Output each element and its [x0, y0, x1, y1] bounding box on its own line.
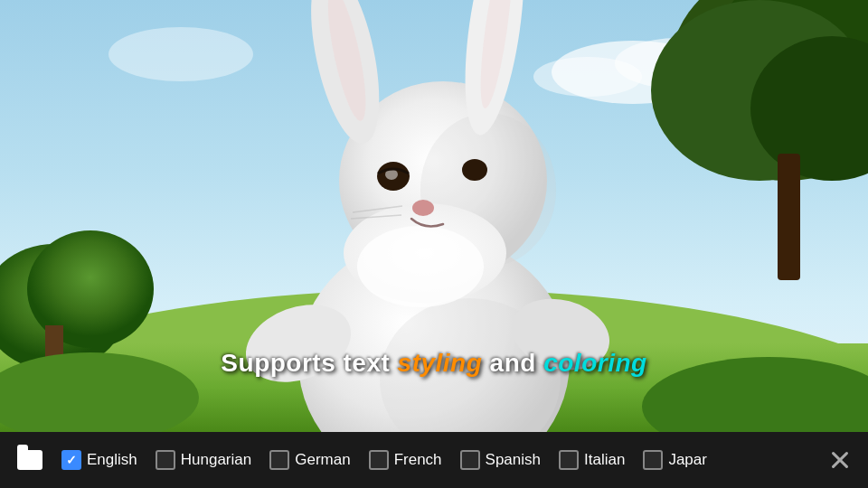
close-button[interactable] [819, 432, 861, 488]
lang-label-spanish: Spanish [486, 451, 541, 469]
checkbox-french[interactable] [369, 450, 389, 470]
checkbox-italian[interactable] [559, 450, 579, 470]
lang-label-hungarian: Hungarian [181, 451, 251, 469]
lang-label-english: English [87, 451, 137, 469]
toolbar: English Hungarian German French Spanish … [0, 432, 868, 488]
lang-label-italian: Italian [584, 451, 625, 469]
checkbox-german[interactable] [269, 450, 289, 470]
checkbox-japanese[interactable] [643, 450, 663, 470]
lang-label-japanese: Japar [668, 451, 707, 469]
subtitle-part-1: Supports text [221, 349, 397, 377]
lang-label-french: French [394, 451, 442, 469]
close-icon [829, 449, 851, 471]
subtitle-text: Supports text styling and coloring [221, 349, 646, 378]
svg-point-31 [357, 226, 484, 307]
checkbox-english[interactable] [61, 450, 81, 470]
subtitle-part-2: and [482, 349, 543, 377]
lang-item-english[interactable]: English [52, 432, 146, 488]
svg-point-6 [108, 27, 253, 81]
svg-point-3 [533, 57, 642, 97]
subtitle-part-colored: coloring [543, 349, 646, 377]
video-area: Supports text styling and coloring [0, 0, 868, 432]
checkbox-spanish[interactable] [460, 450, 480, 470]
lang-item-hungarian[interactable]: Hungarian [146, 432, 260, 488]
subtitle-part-styled: styling [398, 349, 483, 377]
lang-item-italian[interactable]: Italian [550, 432, 634, 488]
lang-label-german: German [295, 451, 350, 469]
svg-rect-16 [778, 154, 800, 280]
lang-item-japanese[interactable]: Japar [634, 432, 716, 488]
lang-item-french[interactable]: French [360, 432, 451, 488]
subtitle-area: Supports text styling and coloring [0, 349, 868, 378]
lang-item-spanish[interactable]: Spanish [451, 432, 550, 488]
folder-icon [17, 450, 42, 470]
checkbox-hungarian[interactable] [156, 450, 175, 470]
folder-button[interactable] [7, 432, 52, 488]
app-container: Supports text styling and coloring Engli… [0, 0, 868, 488]
svg-point-35 [412, 200, 434, 216]
lang-item-german[interactable]: German [260, 432, 359, 488]
svg-point-34 [462, 159, 487, 181]
